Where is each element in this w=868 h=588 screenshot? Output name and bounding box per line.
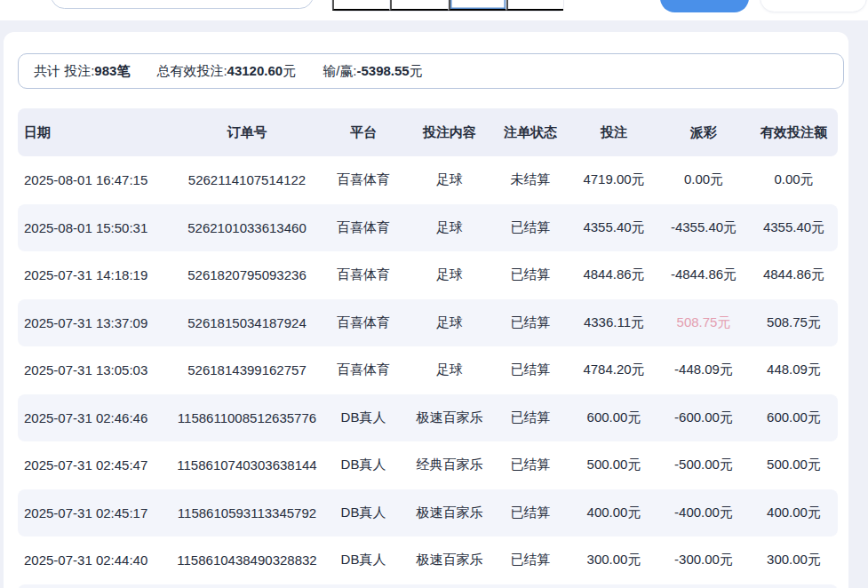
cell-date: 2025-08-01 16:47:15	[18, 156, 176, 204]
table-header-row: 日期 订单号 平台 投注内容 注单状态 投注 派彩 有效投注额	[18, 108, 838, 156]
cell-date	[18, 584, 176, 588]
cell-bet	[570, 584, 657, 588]
cell-valid-bet: 400.00元	[750, 489, 838, 537]
cell-platform: 百喜体育	[318, 156, 409, 204]
cell-platform: 百喜体育	[318, 346, 409, 394]
segment-button-1[interactable]	[332, 0, 390, 11]
cell-status: 已结算	[490, 394, 570, 442]
cell-content	[409, 584, 490, 588]
cell-payout: 508.75元	[657, 299, 750, 347]
cell-date: 2025-07-31 02:44:40	[18, 536, 176, 584]
cell-platform: 百喜体育	[318, 299, 409, 347]
cell-content: 极速百家乐	[409, 536, 490, 584]
cell-bet: 500.00元	[570, 441, 657, 489]
column-header-order-id: 订单号	[176, 108, 318, 156]
records-card: 共计 投注:983笔 总有效投注:43120.60元 输/赢:-5398.55元…	[4, 32, 848, 588]
cell-payout: -600.00元	[657, 394, 750, 442]
cell-payout	[657, 584, 750, 588]
cell-status: 已结算	[490, 441, 570, 489]
cell-order-id: 5261820795093236	[176, 251, 318, 299]
period-segment-group	[331, 0, 564, 12]
cell-valid-bet: 0.00元	[750, 156, 838, 204]
table-row: 2025-08-01 16:47:15 5262114107514122 百喜体…	[18, 156, 838, 204]
cell-status: 已结算	[490, 489, 570, 537]
cell-valid-bet: 500.00元	[750, 441, 838, 489]
column-header-payout: 派彩	[657, 108, 750, 156]
cell-content: 足球	[409, 299, 490, 347]
cell-order-id: 5261815034187924	[176, 299, 318, 347]
summary-total-count: 共计 投注:983笔	[34, 63, 130, 80]
table-row-partial	[18, 584, 838, 588]
cell-content: 极速百家乐	[409, 489, 490, 537]
summary-bar: 共计 投注:983笔 总有效投注:43120.60元 输/赢:-5398.55元	[18, 53, 844, 89]
table-row: 2025-07-31 02:44:40 1158610438490328832 …	[18, 536, 838, 584]
cell-order-id: 1158610593113345792	[176, 489, 318, 537]
segment-button-3-active[interactable]	[449, 0, 506, 11]
summary-win-loss: 输/赢:-5398.55元	[323, 63, 423, 80]
table-row: 2025-07-31 02:46:46 1158611008512635776 …	[18, 394, 838, 442]
cell-payout: 0.00元	[657, 156, 750, 204]
search-button[interactable]	[660, 0, 749, 12]
table-row: 2025-08-01 15:50:31 5262101033613460 百喜体…	[18, 204, 838, 252]
cell-content: 经典百家乐	[409, 441, 490, 489]
cell-valid-bet: 4844.86元	[750, 251, 838, 299]
cell-status	[490, 584, 570, 588]
cell-bet: 300.00元	[570, 536, 657, 584]
cell-order-id: 1158611008512635776	[176, 394, 318, 442]
cell-valid-bet	[750, 584, 838, 588]
top-toolbar	[0, 0, 868, 20]
cell-bet: 400.00元	[570, 489, 657, 537]
cell-order-id: 5261814399162757	[176, 346, 318, 394]
cell-content: 足球	[409, 156, 490, 204]
cell-valid-bet: 4355.40元	[750, 204, 838, 252]
cell-date: 2025-07-31 14:18:19	[18, 251, 176, 299]
cell-date: 2025-08-01 15:50:31	[18, 204, 176, 252]
cell-payout: -400.00元	[657, 489, 750, 537]
cell-bet: 4784.20元	[570, 346, 657, 394]
cell-bet: 4844.86元	[570, 251, 657, 299]
cell-platform: 百喜体育	[318, 251, 409, 299]
cell-valid-bet: 508.75元	[750, 299, 838, 347]
cell-platform: DB真人	[318, 441, 409, 489]
cell-status: 未结算	[490, 156, 570, 204]
column-header-status: 注单状态	[490, 108, 570, 156]
column-header-content: 投注内容	[409, 108, 490, 156]
cell-content: 极速百家乐	[409, 394, 490, 442]
cell-status: 已结算	[490, 299, 570, 347]
cell-content: 足球	[409, 204, 490, 252]
cell-date: 2025-07-31 13:37:09	[18, 299, 176, 347]
cell-payout: -448.09元	[657, 346, 750, 394]
reset-button[interactable]	[760, 0, 867, 12]
cell-bet: 600.00元	[570, 394, 657, 442]
cell-date: 2025-07-31 02:46:46	[18, 394, 176, 442]
summary-valid-bet: 总有效投注:43120.60元	[156, 63, 296, 80]
cell-order-id: 5262101033613460	[176, 204, 318, 252]
cell-order-id: 1158610438490328832	[176, 536, 318, 584]
table-row: 2025-07-31 02:45:47 1158610740303638144 …	[18, 441, 838, 489]
cell-platform: DB真人	[318, 394, 409, 442]
cell-payout: -300.00元	[657, 536, 750, 584]
cell-date: 2025-07-31 02:45:47	[18, 441, 176, 489]
cell-valid-bet: 300.00元	[750, 536, 838, 584]
cell-date: 2025-07-31 13:05:03	[18, 346, 176, 394]
cell-status: 已结算	[490, 536, 570, 584]
cell-order-id	[176, 584, 318, 588]
column-header-valid-bet: 有效投注额	[750, 108, 838, 156]
cell-status: 已结算	[490, 251, 570, 299]
column-header-platform: 平台	[318, 108, 409, 156]
cell-payout: -4844.86元	[657, 251, 750, 299]
table-row: 2025-07-31 13:37:09 5261815034187924 百喜体…	[18, 299, 838, 347]
bet-records-table: 日期 订单号 平台 投注内容 注单状态 投注 派彩 有效投注额 2025-08-…	[18, 108, 838, 588]
segment-button-2[interactable]	[390, 0, 448, 11]
cell-status: 已结算	[490, 204, 570, 252]
cell-platform: DB真人	[318, 489, 409, 537]
cell-status: 已结算	[490, 346, 570, 394]
cell-payout: -4355.40元	[657, 204, 750, 252]
table-row: 2025-07-31 14:18:19 5261820795093236 百喜体…	[18, 251, 838, 299]
segment-button-4[interactable]	[506, 0, 563, 11]
cell-content: 足球	[409, 251, 490, 299]
cell-platform	[318, 584, 409, 588]
cell-bet: 4336.11元	[570, 299, 657, 347]
date-range-input[interactable]	[51, 0, 314, 9]
column-header-date: 日期	[18, 108, 176, 156]
